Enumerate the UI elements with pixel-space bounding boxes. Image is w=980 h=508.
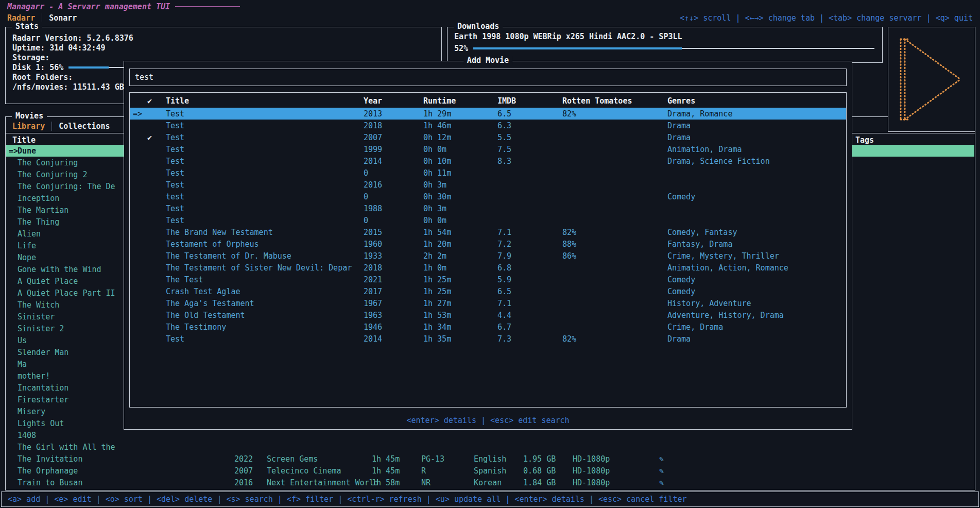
movie-title: mother! bbox=[18, 371, 50, 381]
result-title: Test bbox=[166, 180, 364, 190]
add-movie-result-row[interactable]: The Aga's Testament 1967 1h 27m 7.1 Hist… bbox=[130, 297, 846, 309]
add-movie-results-table: ✔ Title Year Runtime IMDB Rotten Tomatoe… bbox=[129, 92, 847, 408]
result-genres: History, Adventure bbox=[667, 299, 846, 308]
movie-title: Firestarter bbox=[18, 395, 68, 404]
movie-title: Dune bbox=[18, 146, 36, 156]
add-movie-result-row[interactable]: ✔ Test 2007 0h 12m 5.5 Drama bbox=[130, 131, 846, 143]
add-movie-result-row[interactable]: The Brand New Testament 2015 1h 54m 7.1 … bbox=[130, 226, 846, 238]
movie-title: Lights Out bbox=[18, 419, 64, 428]
movie-runtime: 1h 58m bbox=[372, 478, 421, 487]
movie-year: 2016 bbox=[234, 478, 267, 487]
servarr-tab[interactable]: Sonarr bbox=[42, 13, 77, 23]
result-title: The Testimony bbox=[166, 323, 364, 332]
add-movie-result-row[interactable]: The Testament of Dr. Mabuse 1933 2h 2m 7… bbox=[130, 250, 846, 262]
result-imdb-rating: 6.5 bbox=[497, 109, 562, 118]
result-year: 2015 bbox=[364, 228, 423, 237]
movie-language: Spanish bbox=[474, 466, 523, 476]
result-year: 2007 bbox=[364, 133, 423, 142]
root-folder-path: /nfs/movies: bbox=[12, 82, 68, 92]
movies-tab[interactable]: Library bbox=[12, 122, 45, 131]
movie-certification: NR bbox=[421, 478, 474, 487]
add-movie-search-input[interactable] bbox=[135, 73, 841, 82]
result-imdb-rating: 4.4 bbox=[497, 311, 562, 320]
result-rotten-tomatoes: 86% bbox=[562, 251, 667, 261]
result-rotten-tomatoes: 82% bbox=[562, 228, 667, 237]
movies-title-column-header: Title bbox=[12, 136, 36, 145]
movie-title: 1408 bbox=[18, 431, 36, 440]
add-movie-modal: Add Movie ✔ Title Year Runtime IMDB Rott… bbox=[124, 61, 852, 430]
managarr-play-logo-icon bbox=[897, 36, 967, 123]
result-genres: Comedy bbox=[667, 192, 846, 201]
movie-title: The Conjuring bbox=[18, 158, 78, 167]
add-movie-result-row[interactable]: Test 2018 1h 46m 6.3 Drama bbox=[130, 120, 846, 131]
result-imdb-rating: 7.9 bbox=[497, 251, 562, 261]
add-movie-result-row[interactable]: The Testimony 1946 1h 34m 6.7 Crime, Dra… bbox=[130, 321, 846, 333]
result-runtime: 0h 0m bbox=[423, 145, 497, 154]
bottom-keybind-bar: <a> add | <e> edit | <o> sort | <del> de… bbox=[1, 492, 979, 507]
result-genres: Crime, Mystery, Thriller bbox=[667, 251, 846, 261]
movie-title: The Martian bbox=[18, 206, 68, 215]
stats-panel-title: Stats bbox=[12, 22, 42, 31]
result-year: 2018 bbox=[364, 263, 423, 273]
result-title: Test bbox=[166, 168, 364, 178]
movie-title: Incantation bbox=[18, 383, 68, 393]
movie-title: A Quiet Place Part II bbox=[18, 289, 115, 298]
add-movie-result-row[interactable]: Test 0 0h 0m bbox=[130, 214, 846, 226]
result-genres: Comedy bbox=[667, 287, 846, 296]
result-runtime: 1h 54m bbox=[423, 228, 497, 237]
result-year: 1946 bbox=[364, 323, 423, 332]
disk-bar-fill bbox=[68, 66, 108, 69]
add-movie-result-row[interactable]: Test 1988 0h 3m bbox=[130, 202, 846, 214]
result-genres: Adventure, History, Drama bbox=[667, 311, 846, 320]
result-year: 2014 bbox=[364, 157, 423, 166]
genres-column-header: Genres bbox=[667, 96, 846, 106]
movie-title: Sinister bbox=[18, 312, 55, 321]
result-rotten-tomatoes: 82% bbox=[562, 334, 667, 344]
add-movie-result-row[interactable]: Test 2016 0h 3m bbox=[130, 179, 846, 191]
add-movie-result-row[interactable]: The Old Testament 1963 1h 53m 4.4 Advent… bbox=[130, 309, 846, 321]
movie-title: Ma bbox=[18, 360, 27, 369]
result-title: Test bbox=[166, 121, 364, 130]
add-movie-result-row[interactable]: Test 1999 0h 0m 7.5 Animation, Drama bbox=[130, 143, 846, 155]
movie-detail-row[interactable]: 2022 Screen Gems 1h 45m PG-13 English 1.… bbox=[234, 453, 675, 465]
movie-size: 0.68 GB bbox=[523, 466, 573, 476]
title-column-header: Title bbox=[166, 96, 364, 106]
add-movie-result-row[interactable]: The Testament of Sister New Devil: Depar… bbox=[130, 262, 846, 274]
add-movie-result-row[interactable]: Test 2014 1h 35m 7.3 82% Drama bbox=[130, 333, 846, 345]
disk-percent: 56% bbox=[49, 63, 63, 72]
app-title: Managarr - A Servarr management TUI bbox=[7, 2, 170, 11]
result-genres: Animation, Drama bbox=[667, 145, 846, 154]
runtime-column-header: Runtime bbox=[423, 96, 497, 106]
movie-list-item[interactable]: The Girl with All the bbox=[6, 441, 974, 453]
add-movie-result-row[interactable]: The Test 2021 1h 25m 5.9 Comedy bbox=[130, 274, 846, 285]
add-movie-result-row[interactable]: Crash Test Aglae 2017 1h 25m 6.5 Comedy bbox=[130, 285, 846, 297]
movies-tab-group: Library Collections bbox=[12, 122, 110, 131]
add-movie-result-row[interactable]: Testament of Orpheus 1960 1h 20m 7.2 88%… bbox=[130, 238, 846, 250]
rotten-tomatoes-column-header: Rotten Tomatoes bbox=[562, 96, 667, 106]
titlebar: Managarr - A Servarr management TUI bbox=[7, 2, 240, 12]
movie-detail-row[interactable]: 2007 Telecinco Cinema 1h 45m R Spanish 0… bbox=[234, 465, 675, 477]
result-year: 1999 bbox=[364, 145, 423, 154]
result-imdb-rating: 6.7 bbox=[497, 323, 562, 332]
result-runtime: 1h 35m bbox=[423, 334, 497, 344]
result-title: Testament of Orpheus bbox=[166, 240, 364, 249]
pencil-icon: ✎ bbox=[659, 454, 675, 464]
result-genres: Drama bbox=[667, 334, 846, 344]
add-movie-result-row[interactable]: test 0 0h 30m Comedy bbox=[130, 191, 846, 202]
movie-title: Alien bbox=[18, 229, 41, 239]
movie-runtime: 1h 45m bbox=[372, 466, 421, 476]
disk-label: Disk 1: bbox=[12, 63, 45, 72]
download-item-name: Earth 1998 1080p WEBRip x265 Hindi AAC2.… bbox=[454, 32, 875, 43]
add-movie-result-row[interactable]: Test 2014 0h 10m 8.3 Drama, Science Fict… bbox=[130, 155, 846, 167]
movie-detail-row[interactable]: 2016 Next Entertainment World 1h 58m NR … bbox=[234, 477, 675, 488]
movie-studio: Telecinco Cinema bbox=[267, 466, 372, 476]
result-year: 0 bbox=[364, 216, 423, 225]
movie-list-item[interactable]: 1408 bbox=[6, 429, 974, 441]
result-runtime: 0h 12m bbox=[423, 133, 497, 142]
add-movie-result-row[interactable]: Test 0 0h 11m bbox=[130, 167, 846, 179]
result-year: 2016 bbox=[364, 180, 423, 190]
movies-tab[interactable]: Collections bbox=[51, 122, 110, 131]
result-genres: Drama bbox=[667, 121, 846, 130]
add-movie-result-row[interactable]: => Test 2013 1h 29m 6.5 82% Drama, Roman… bbox=[130, 108, 846, 120]
uptime-label: Uptime: bbox=[12, 43, 45, 53]
